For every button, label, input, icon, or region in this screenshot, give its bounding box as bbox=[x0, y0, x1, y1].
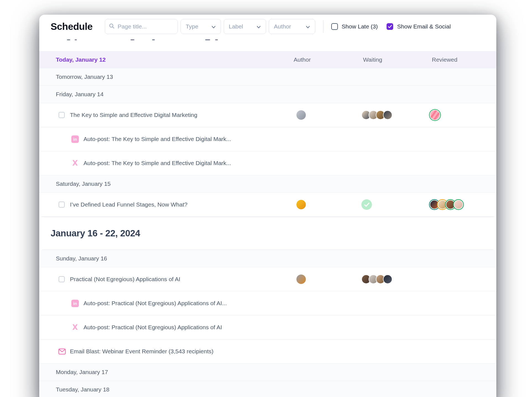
day-row: Friday, January 14 bbox=[39, 85, 496, 103]
show-email-social-toggle[interactable]: Show Email & Social bbox=[387, 23, 451, 30]
clipped-row bbox=[39, 38, 496, 51]
clipped-row-fragment bbox=[131, 39, 134, 40]
toolbar: Schedule Type Label Author bbox=[39, 15, 496, 38]
linkedin-icon: in bbox=[71, 300, 79, 307]
reviewed-cell bbox=[426, 110, 485, 120]
search-icon bbox=[109, 23, 114, 30]
search-box[interactable] bbox=[105, 19, 178, 34]
row-checkbox[interactable] bbox=[59, 276, 65, 282]
author-avatar bbox=[296, 199, 306, 210]
x-twitter-icon: X bbox=[71, 160, 79, 167]
column-header-reviewed: Reviewed bbox=[426, 56, 485, 63]
author-avatar bbox=[296, 274, 306, 284]
waiting-cell bbox=[357, 275, 426, 284]
row-checkbox-cell bbox=[55, 276, 67, 282]
day-label: Tuesday, January 18 bbox=[56, 386, 109, 393]
column-header-author: Author bbox=[288, 56, 357, 63]
day-row: Saturday, January 15 bbox=[39, 175, 496, 192]
page-title-link[interactable]: I’ve Defined Lead Funnel Stages, Now Wha… bbox=[67, 201, 288, 208]
reviewed-avatar bbox=[454, 200, 463, 209]
social-post-link[interactable]: inAuto-post: Practical (Not Egregious) A… bbox=[71, 300, 288, 307]
filter-label-label: Label bbox=[229, 23, 243, 30]
week-heading: January 16 - 22, 2024 bbox=[39, 217, 496, 250]
author-avatar bbox=[296, 110, 306, 120]
email-blast-link[interactable]: Email Blast: Webinar Event Reminder (3,5… bbox=[67, 348, 288, 355]
day-label: Monday, January 17 bbox=[56, 369, 108, 375]
page-title-link[interactable]: Practical (Not Egregious) Applications o… bbox=[67, 276, 288, 283]
social-post-title: Auto-post: The Key to Simple and Effecti… bbox=[84, 136, 231, 142]
table-row-social-post: inAuto-post: Practical (Not Egregious) A… bbox=[39, 291, 496, 315]
day-row: Sunday, January 16 bbox=[39, 250, 496, 267]
schedule-panel: Schedule Type Label Author bbox=[39, 15, 496, 397]
chevron-down-icon bbox=[212, 23, 216, 30]
social-post-link[interactable]: XAuto-post: The Key to Simple and Effect… bbox=[71, 160, 288, 167]
day-label: Saturday, January 15 bbox=[56, 181, 111, 187]
today-label: Today, January 12 bbox=[56, 56, 288, 63]
column-header-waiting: Waiting bbox=[357, 56, 426, 63]
waiting-cell bbox=[357, 199, 426, 210]
day-label: Tomorrow, January 13 bbox=[56, 74, 113, 80]
toolbar-divider bbox=[323, 20, 324, 33]
social-post-title: Auto-post: The Key to Simple and Effecti… bbox=[84, 160, 231, 166]
page-title-link[interactable]: The Key to Simple and Effective Digital … bbox=[67, 112, 288, 118]
filter-label[interactable]: Label bbox=[224, 19, 266, 34]
waiting-cell bbox=[357, 110, 426, 120]
reviewed-cell bbox=[426, 200, 485, 209]
filter-type[interactable]: Type bbox=[181, 19, 221, 34]
show-late-checkbox[interactable] bbox=[331, 23, 338, 30]
clipped-row-fragment bbox=[205, 39, 210, 40]
x-twitter-icon: X bbox=[71, 324, 79, 331]
waiting-avatar bbox=[383, 110, 392, 120]
author-cell bbox=[288, 199, 357, 210]
chevron-down-icon bbox=[257, 23, 261, 30]
day-row: Tomorrow, January 13 bbox=[39, 68, 496, 85]
show-late-label: Show Late (3) bbox=[342, 23, 378, 30]
schedule-table-week1: Today, January 12AuthorWaitingReviewedTo… bbox=[39, 38, 496, 217]
filter-author-label: Author bbox=[274, 23, 291, 30]
clipped-row-fragment bbox=[67, 39, 70, 40]
row-checkbox-cell bbox=[55, 112, 67, 118]
row-checkbox-cell bbox=[55, 202, 67, 208]
social-post-link[interactable]: XAuto-post: Practical (Not Egregious) Ap… bbox=[71, 324, 288, 331]
filter-author[interactable]: Author bbox=[269, 19, 315, 34]
approved-check-icon bbox=[361, 199, 372, 210]
clipped-row-fragment bbox=[75, 39, 77, 40]
row-checkbox[interactable] bbox=[59, 202, 65, 208]
chevron-down-icon bbox=[306, 23, 310, 30]
filter-type-label: Type bbox=[186, 23, 199, 30]
search-input[interactable] bbox=[117, 23, 174, 30]
show-email-social-checkbox[interactable] bbox=[387, 23, 393, 30]
author-cell bbox=[288, 274, 357, 284]
social-post-link[interactable]: inAuto-post: The Key to Simple and Effec… bbox=[71, 135, 288, 143]
today-row: Today, January 12AuthorWaitingReviewed bbox=[39, 51, 496, 68]
table-row-social-post: inAuto-post: The Key to Simple and Effec… bbox=[39, 127, 496, 151]
table-row-social-post: XAuto-post: The Key to Simple and Effect… bbox=[39, 151, 496, 175]
day-row: Monday, January 17 bbox=[39, 363, 496, 381]
table-row-page: The Key to Simple and Effective Digital … bbox=[39, 103, 496, 127]
reviewed-avatar bbox=[430, 110, 440, 120]
clipped-row-fragment bbox=[215, 39, 218, 40]
show-late-toggle[interactable]: Show Late (3) bbox=[331, 23, 378, 30]
day-label: Friday, January 14 bbox=[56, 91, 103, 98]
author-cell bbox=[288, 110, 357, 120]
table-row-email: Email Blast: Webinar Event Reminder (3,5… bbox=[39, 339, 496, 363]
table-row-page: I’ve Defined Lead Funnel Stages, Now Wha… bbox=[39, 192, 496, 216]
email-icon bbox=[58, 348, 67, 355]
row-checkbox[interactable] bbox=[59, 112, 65, 118]
clipped-row-fragment bbox=[152, 39, 155, 40]
day-label: Sunday, January 16 bbox=[56, 255, 107, 262]
linkedin-icon: in bbox=[71, 135, 79, 143]
social-post-title: Auto-post: Practical (Not Egregious) App… bbox=[84, 300, 227, 307]
waiting-avatar bbox=[383, 275, 392, 284]
table-row-social-post: XAuto-post: Practical (Not Egregious) Ap… bbox=[39, 315, 496, 339]
table-row-page: Practical (Not Egregious) Applications o… bbox=[39, 267, 496, 291]
page-title: Schedule bbox=[51, 21, 93, 32]
show-email-social-label: Show Email & Social bbox=[397, 23, 451, 30]
day-row: Tuesday, January 18 bbox=[39, 381, 496, 397]
schedule-table-week2: Sunday, January 16Practical (Not Egregio… bbox=[39, 250, 496, 397]
social-post-title: Auto-post: Practical (Not Egregious) App… bbox=[84, 324, 222, 331]
